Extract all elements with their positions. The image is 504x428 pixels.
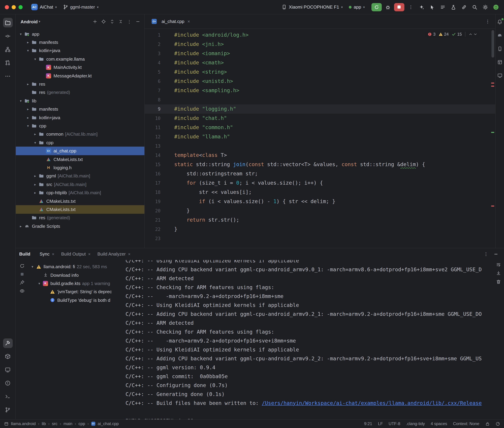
ai-assistant-icon[interactable] xyxy=(417,3,426,11)
stop-sync-icon[interactable] xyxy=(20,272,24,276)
debug-button[interactable] xyxy=(383,3,393,11)
tree-item[interactable]: KMainActivity.kt xyxy=(16,63,144,72)
panel-options-icon[interactable]: ⋮ xyxy=(126,18,133,25)
tree-item[interactable]: ▾llama.android: fi22 sec, 583 ms xyxy=(28,263,124,271)
problems-tool-icon[interactable] xyxy=(3,378,13,388)
re-sync-icon[interactable] xyxy=(19,263,25,268)
status-item[interactable]: .clang-tidy xyxy=(406,421,425,426)
code-line[interactable]: 3#include <iomanip> xyxy=(145,49,495,58)
tree-item[interactable]: ▾cpp xyxy=(16,138,144,147)
minimize-panel-icon[interactable] xyxy=(491,249,501,258)
code-line[interactable]: 10#include "chat.h" xyxy=(145,114,495,123)
code-line[interactable]: 4#include <cmath> xyxy=(145,58,495,67)
gradle-tool-icon[interactable] xyxy=(496,32,503,39)
code-line[interactable]: 2#include <jni.h> xyxy=(145,40,495,49)
chevron-closed-icon[interactable]: ▸ xyxy=(25,115,31,119)
device-explorer-icon[interactable] xyxy=(3,352,13,361)
tree-item[interactable]: CMakeLists.txt xyxy=(16,205,144,214)
editor-options-icon[interactable]: ⋮ xyxy=(483,17,492,26)
tab-build-analyzer[interactable]: Build Analyzer × xyxy=(94,250,134,258)
add-icon[interactable] xyxy=(91,18,99,25)
code-line[interactable]: 17 for (size_t i = 0; i < values.size();… xyxy=(145,179,495,188)
lock-icon[interactable] xyxy=(485,421,490,426)
running-devices-icon[interactable] xyxy=(496,72,503,79)
code-line[interactable]: 18 str << values[i]; xyxy=(145,188,495,197)
pointer-tool-icon[interactable] xyxy=(427,3,437,11)
tree-item[interactable]: ▾Kbuild.gradle.ktsapp 1 warning xyxy=(28,279,124,288)
tree-item[interactable]: ▸kotlin+java xyxy=(16,113,144,122)
tree-item[interactable]: CMakeLists.txt xyxy=(16,197,144,205)
tree-item[interactable]: res(generated) xyxy=(16,88,144,97)
code-area[interactable]: 1#include <android/log.h>2#include <jni.… xyxy=(145,29,495,248)
warnings-indicator[interactable]: 24 xyxy=(439,32,449,37)
project-widget[interactable]: AC AiChat ▾ xyxy=(29,3,59,11)
code-line[interactable]: 11#include "common.h" xyxy=(145,123,495,132)
tree-item[interactable]: ▸res xyxy=(16,80,144,88)
chevron-closed-icon[interactable]: ▸ xyxy=(32,182,38,186)
chevron-closed-icon[interactable]: ▸ xyxy=(32,132,38,136)
tab-build-output[interactable]: Build Output × xyxy=(58,250,94,258)
tree-item[interactable]: ▸ggml[AiChat.lib.main] xyxy=(16,172,144,180)
search-everywhere-icon[interactable] xyxy=(470,3,479,11)
build-options-icon[interactable]: ⋮ xyxy=(481,249,491,258)
chevron-open-icon[interactable]: ▾ xyxy=(18,32,24,36)
breadcrumb-item[interactable]: src xyxy=(52,421,58,426)
chevron-open-icon[interactable]: ▾ xyxy=(18,99,24,103)
minimize-button[interactable] xyxy=(12,5,16,9)
scrollbar-thumb[interactable] xyxy=(491,30,494,58)
errors-indicator[interactable]: 3 xyxy=(428,32,436,37)
code-line[interactable]: 14template<class T> xyxy=(145,151,495,160)
chevron-closed-icon[interactable]: ▸ xyxy=(25,107,31,111)
tree-item[interactable]: ▸manifests xyxy=(16,38,144,47)
code-line[interactable]: 12#include "llama.h" xyxy=(145,132,495,141)
build-window-title[interactable]: Build xyxy=(19,251,30,256)
code-line[interactable]: 5#include <string> xyxy=(145,67,495,77)
chevron-open-icon[interactable]: ▾ xyxy=(25,49,31,53)
build-tool-icon[interactable] xyxy=(3,338,13,348)
app-inspection-icon[interactable] xyxy=(3,365,13,375)
close-icon[interactable]: × xyxy=(88,252,91,256)
status-item[interactable]: 4 spaces xyxy=(431,421,447,426)
vcs-branch-widget[interactable]: ggml-master ▾ xyxy=(60,3,101,11)
zoom-button[interactable] xyxy=(18,5,23,9)
code-line[interactable]: 9#include "logging.h" xyxy=(145,105,495,114)
device-manager-icon[interactable] xyxy=(496,45,503,52)
project-view-title[interactable]: Android xyxy=(21,19,38,24)
profile-avatar[interactable] xyxy=(491,3,501,11)
commit-tool-icon[interactable] xyxy=(3,31,13,41)
tree-item[interactable]: ▸common[AiChat.lib.main] xyxy=(16,130,144,138)
more-actions-menu[interactable]: ⋮ xyxy=(406,3,416,11)
chevron-closed-icon[interactable]: ▸ xyxy=(25,82,31,86)
stop-button[interactable] xyxy=(394,3,404,11)
run-button[interactable] xyxy=(371,3,382,11)
tree-item[interactable]: ▾cpp xyxy=(16,122,144,130)
tree-item[interactable]: ▾kotlin+java xyxy=(16,47,144,55)
code-line[interactable]: 15static std::string join(const std::vec… xyxy=(145,160,495,169)
tree-item[interactable]: ▾com.example.llama xyxy=(16,55,144,63)
version-control-tool-icon[interactable] xyxy=(3,405,13,415)
chevron-closed-icon[interactable]: ▸ xyxy=(32,174,38,178)
chevron-closed-icon[interactable]: ▸ xyxy=(32,191,38,195)
tree-item[interactable]: C+ai_chat.cpp xyxy=(16,147,144,155)
code-line[interactable]: 8 xyxy=(145,95,495,105)
experiments-icon[interactable] xyxy=(449,3,458,11)
layout-inspector-icon[interactable] xyxy=(496,58,503,66)
code-line[interactable]: 20 } xyxy=(145,206,495,215)
tab-sync[interactable]: Sync × xyxy=(36,250,58,258)
passed-indicator[interactable]: 15 xyxy=(452,32,462,37)
chevron-open-icon[interactable]: ▾ xyxy=(25,124,31,128)
tree-item[interactable]: KMessageAdapter.kt xyxy=(16,72,144,80)
structure-tool-icon[interactable] xyxy=(3,45,13,54)
chevron-closed-icon[interactable]: ▸ xyxy=(18,224,24,228)
soft-wrap-icon[interactable] xyxy=(496,262,501,267)
editor-tab[interactable]: C+ ai_chat.cpp × xyxy=(147,14,193,28)
pin-icon[interactable] xyxy=(19,280,25,285)
code-line[interactable]: 13 xyxy=(145,141,495,151)
editor-scrollbar[interactable] xyxy=(491,29,494,248)
tree-item[interactable]: ▸manifests xyxy=(16,105,144,113)
code-line[interactable]: 23 xyxy=(145,234,495,243)
next-problem-icon[interactable] xyxy=(473,32,477,36)
status-item[interactable]: LF xyxy=(378,421,383,426)
chevron-closed-icon[interactable]: ▸ xyxy=(25,41,31,44)
breadcrumb-item[interactable]: llama.android xyxy=(11,421,36,426)
